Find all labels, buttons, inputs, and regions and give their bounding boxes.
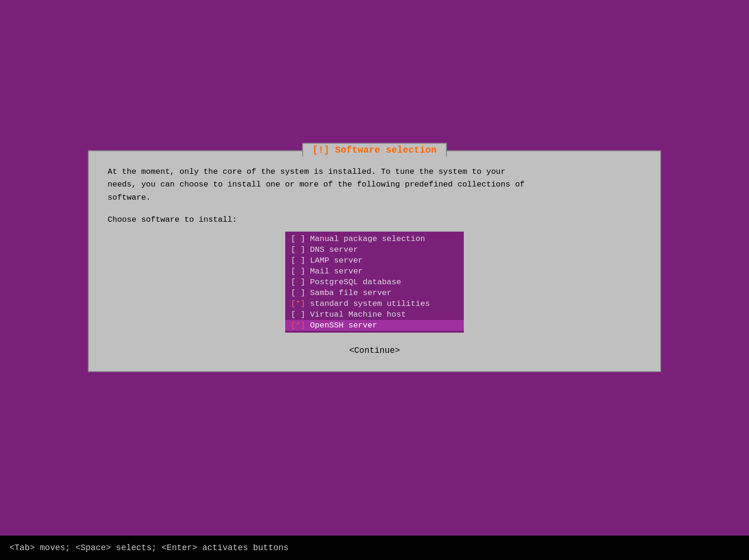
- continue-button-container: <Continue>: [108, 344, 641, 357]
- description-text: At the moment, only the core of the syst…: [108, 165, 641, 204]
- software-list-item-mail-server[interactable]: [ ] Mail server: [285, 266, 464, 277]
- dialog-wrapper: [!] Software selection At the moment, on…: [88, 150, 661, 372]
- software-list-item-virtual-machine-host[interactable]: [ ] Virtual Machine host: [285, 309, 464, 320]
- software-list-item-samba-file-server[interactable]: [ ] Samba file server: [285, 288, 464, 298]
- software-list-item-manual-package-selection[interactable]: [ ] Manual package selection: [285, 233, 464, 244]
- software-list-item-standard-system-utilities[interactable]: [*] standard system utilities: [285, 298, 464, 309]
- dialog-title-bar: [!] Software selection: [302, 143, 447, 156]
- software-list-item-postgresql-database[interactable]: [ ] PostgreSQL database: [285, 277, 464, 288]
- bottom-bar: <Tab> moves; <Space> selects; <Enter> ac…: [0, 536, 749, 560]
- dialog-box: [!] Software selection At the moment, on…: [88, 150, 661, 372]
- dialog-title: [!] Software selection: [312, 145, 437, 156]
- bottom-bar-text: <Tab> moves; <Space> selects; <Enter> ac…: [9, 543, 289, 552]
- choose-label: Choose software to install:: [108, 215, 641, 224]
- software-list: [ ] Manual package selection[ ] DNS serv…: [285, 232, 464, 333]
- software-list-container: [ ] Manual package selection[ ] DNS serv…: [108, 232, 641, 333]
- software-list-item-openssh-server[interactable]: [*] OpenSSH server: [285, 320, 464, 331]
- dialog-content: At the moment, only the core of the syst…: [89, 151, 660, 371]
- software-list-item-dns-server[interactable]: [ ] DNS server: [285, 244, 464, 255]
- software-list-item-lamp-server[interactable]: [ ] LAMP server: [285, 255, 464, 266]
- continue-button[interactable]: <Continue>: [342, 344, 407, 357]
